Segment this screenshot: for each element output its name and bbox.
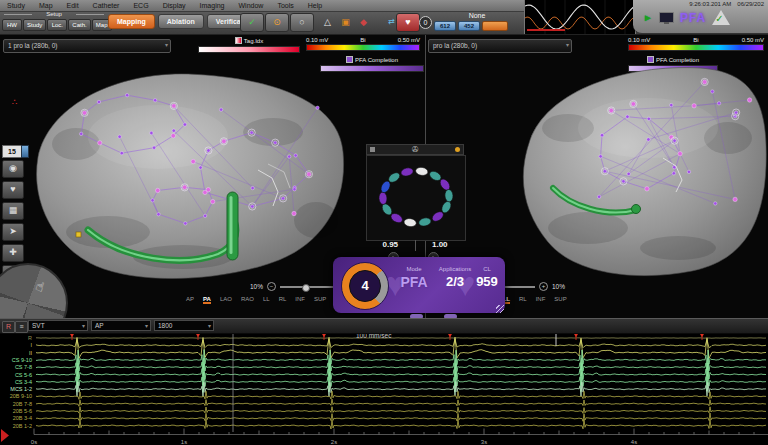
ecg-dropdown-0[interactable]: SVT▾	[28, 320, 88, 331]
zoom-out-icon[interactable]: −	[267, 282, 276, 291]
sphere-icon[interactable]: ○	[290, 13, 314, 32]
stage-button-mapping[interactable]: Mapping	[108, 14, 155, 29]
beat-reference-icon[interactable]: ∴	[12, 97, 18, 107]
tag-index-legend: Tag.Idx	[198, 37, 300, 53]
right-map-canvas[interactable]	[478, 48, 768, 293]
setup-group: Setup HWStudyLoc.Cath.Map	[2, 11, 106, 33]
bi-max-label: 0.50 mV	[742, 37, 764, 43]
orientation-sup[interactable]: SUP	[554, 296, 566, 304]
counter-step-icon[interactable]	[21, 145, 29, 158]
accept-check-icon[interactable]: ✓	[240, 13, 264, 32]
cl-label: CL	[471, 266, 503, 272]
ecg-traces-canvas[interactable]: RIIICS 9-10CS 7-8CS 5-6CS 3-4MCS 1-220B …	[0, 332, 768, 445]
catheter-view-header[interactable]: ✇	[366, 144, 464, 155]
ecg-dropdown-1[interactable]: AP▾	[91, 320, 151, 331]
hand-cursor-icon: ☝	[34, 278, 46, 295]
chart-icon[interactable]: ▦	[2, 202, 24, 220]
left-bi-scale: 0.10 mV Bi 0.50 mV	[306, 37, 420, 51]
orientation-rl[interactable]: RL	[519, 296, 527, 304]
annotation-icon[interactable]: R	[2, 321, 15, 333]
catheter-ring-view[interactable]	[366, 155, 466, 241]
application-gauge: 4	[341, 262, 389, 310]
left-map-selector[interactable]: 1 pro la (280b, 0) ▾	[3, 39, 171, 53]
ecg-trace-label: CS 9-10	[12, 357, 32, 363]
system-status-panel: 9:26:03.201 AM 06/29/202 ► PFA ✓	[633, 0, 768, 34]
layout-icon[interactable]: ▣	[338, 15, 353, 29]
catheter-icon: ✇	[412, 145, 419, 154]
gauge-value: 4	[349, 270, 381, 302]
dial-icon[interactable]: ⊙	[265, 13, 289, 32]
left-map-canvas[interactable]	[18, 52, 363, 292]
respiration-waveform-box	[524, 0, 636, 34]
ecg-trace-label: CS 3-4	[15, 379, 32, 385]
menu-item-study[interactable]: Study	[0, 0, 32, 11]
orientation-pa[interactable]: PA	[203, 296, 211, 304]
catheter-heart-icon[interactable]: ♥	[2, 181, 24, 199]
chevron-down-icon: ▾	[82, 321, 85, 331]
ecg-trace-label: 20B 5-6	[13, 408, 32, 414]
monitor-icon[interactable]	[659, 12, 674, 23]
orientation-inf[interactable]: INF	[536, 296, 546, 304]
menu-item-catheter[interactable]: Catheter	[86, 0, 127, 11]
ecg-trace-label: R	[28, 335, 32, 341]
clock: 9:26:03.201 AM 06/29/202	[633, 0, 768, 7]
zoom-percent-label: 10%	[250, 283, 263, 290]
setup-button-loc[interactable]: Loc.	[47, 19, 67, 31]
orientation-rl[interactable]: RL	[279, 296, 287, 304]
menu-item-help[interactable]: Help	[301, 0, 329, 11]
pfa-generator-panel[interactable]: ♥ ♥ 4 Mode PFA Applications 2/3 CL 959	[333, 257, 505, 313]
index-value-left: 0.95	[366, 240, 415, 251]
signal-icon[interactable]: ◉	[2, 160, 24, 178]
menu-item-window[interactable]: Window	[231, 0, 270, 11]
window-icon[interactable]	[370, 147, 375, 152]
ecg-trace-label: II	[29, 350, 33, 356]
view-triangle-icon[interactable]: △	[320, 15, 335, 29]
ecg-trace-label: CS 7-8	[15, 364, 32, 370]
stage-button-ablation[interactable]: Ablation	[158, 14, 204, 29]
ecg-dropdowns: SVT▾AP▾1800▾	[28, 320, 214, 331]
bi-max-label: 0.50 mV	[398, 37, 420, 43]
counter-badge: 0	[419, 16, 432, 29]
setup-button-cath[interactable]: Cath.	[68, 19, 90, 31]
export-arrow-icon[interactable]: ►	[643, 13, 653, 23]
setup-button-study[interactable]: Study	[23, 19, 46, 31]
orientation-ll[interactable]: LL	[263, 296, 270, 304]
clock-time: 9:26:03.201 AM	[689, 1, 731, 7]
setup-button-hw[interactable]: HW	[2, 19, 22, 31]
time-tick-label: 1s	[181, 439, 187, 445]
ecg-panel[interactable]: RIIICS 9-10CS 7-8CS 5-6CS 3-4MCS 1-220B …	[0, 332, 768, 445]
reference-block[interactable]: None 612452	[434, 12, 520, 33]
menu-item-tools[interactable]: Tools	[270, 0, 300, 11]
ecg-dropdown-2[interactable]: 1800▾	[154, 320, 214, 331]
zoom-slider-thumb[interactable]	[302, 284, 310, 292]
reference-dropdown[interactable]: None	[434, 12, 520, 19]
reference-segment: 452	[458, 21, 480, 31]
chevron-down-icon: ▾	[145, 321, 148, 331]
orientation-inf[interactable]: INF	[295, 296, 305, 304]
menu-item-ecg[interactable]: ECG	[126, 0, 155, 11]
caliper-icon[interactable]: ≡	[15, 321, 28, 333]
clock-date: 06/29/202	[737, 1, 764, 7]
pfa-status-label: PFA	[680, 11, 706, 25]
zoom-in-icon[interactable]: +	[539, 282, 548, 291]
menu-item-map[interactable]: Map	[32, 0, 60, 11]
heart-button[interactable]: ♥	[396, 13, 420, 32]
ecg-trace-label: 20B 9-10	[10, 393, 32, 399]
menu-item-display[interactable]: Display	[156, 0, 193, 11]
zoom-percent-label: 10%	[552, 283, 565, 290]
orientation-sup[interactable]: SUP	[314, 296, 326, 304]
pointer-icon[interactable]: ➤	[2, 223, 24, 241]
panel-resize-handle[interactable]	[496, 305, 504, 313]
record-dot-icon	[455, 147, 460, 152]
menu-item-imaging[interactable]: Imaging	[193, 0, 232, 11]
marker-tool-icon[interactable]: ◆	[356, 15, 371, 29]
orientation-ap[interactable]: AP	[186, 296, 194, 304]
chevron-down-icon: ▾	[208, 321, 211, 331]
reference-segments: 612452	[434, 21, 520, 31]
orientation-lao[interactable]: LAO	[220, 296, 232, 304]
bi-min-label: 0.10 mV	[306, 37, 328, 43]
orientation-rao[interactable]: RAO	[241, 296, 254, 304]
select-icon[interactable]: ✚	[2, 244, 24, 262]
cl-value: 959	[471, 274, 503, 289]
menu-item-edit[interactable]: Edit	[60, 0, 86, 11]
